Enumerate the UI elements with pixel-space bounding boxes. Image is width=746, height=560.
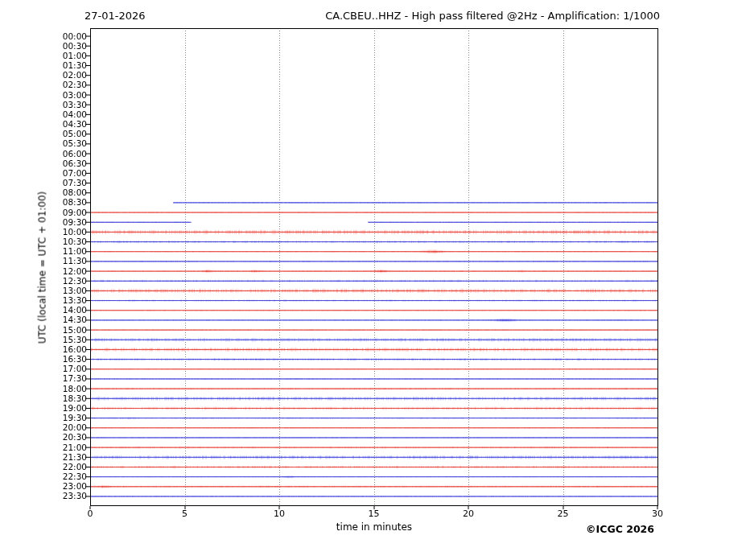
y-tick-label: 08:00 (63, 188, 87, 197)
y-tick-label: 07:30 (63, 179, 87, 187)
x-tick-label: 20 (452, 509, 484, 519)
x-tick-label: 25 (547, 509, 579, 519)
y-tick-label: 05:00 (63, 130, 87, 138)
y-tick-label: 07:00 (63, 169, 87, 178)
y-tick-label: 22:00 (63, 463, 87, 471)
y-tick-label: 23:00 (63, 482, 87, 491)
y-tick-label: 06:30 (63, 159, 87, 168)
x-tick-label: 30 (641, 509, 674, 519)
x-tick-label: 10 (263, 509, 295, 519)
y-tick-label: 20:30 (63, 433, 87, 442)
y-tick-label: 23:30 (63, 492, 87, 500)
y-tick-label: 02:00 (63, 71, 87, 80)
y-tick-label: 08:30 (63, 198, 87, 207)
y-tick-label: 01:00 (63, 51, 87, 60)
x-axis-label: time in minutes (278, 521, 471, 533)
y-tick-label: 14:30 (63, 315, 87, 324)
y-tick-label: 19:00 (63, 404, 87, 413)
y-tick-label: 16:30 (63, 355, 87, 364)
y-tick-label: 03:00 (63, 91, 87, 100)
date-title: 27-01-2026 (84, 10, 146, 22)
x-tick-label: 15 (358, 509, 390, 519)
helicorder-canvas (0, 0, 746, 560)
y-tick-label: 10:30 (63, 237, 87, 246)
y-tick-label: 00:00 (63, 32, 87, 41)
y-tick-label: 04:00 (63, 110, 87, 119)
y-tick-label: 21:30 (63, 453, 87, 462)
y-tick-label: 18:30 (63, 394, 87, 403)
y-tick-label: 11:00 (63, 247, 87, 256)
y-tick-label: 06:00 (63, 150, 87, 159)
helicorder-viewer: 27-01-2026 CA.CBEU..HHZ - High pass filt… (0, 0, 746, 560)
y-tick-label: 21:00 (63, 443, 87, 452)
copyright-label: ©ICGC 2026 (586, 523, 654, 535)
y-tick-label: 17:30 (63, 374, 87, 383)
y-tick-label: 05:30 (63, 139, 87, 148)
y-tick-label: 18:00 (63, 385, 87, 393)
y-tick-label: 09:00 (63, 208, 87, 217)
y-tick-label: 12:00 (63, 267, 87, 276)
y-tick-label: 14:00 (63, 306, 87, 315)
y-tick-label: 09:30 (63, 218, 87, 227)
y-tick-label: 19:30 (63, 414, 87, 422)
y-tick-label: 15:00 (63, 326, 87, 335)
x-tick-label: 0 (74, 509, 106, 519)
y-tick-label: 01:30 (63, 61, 87, 70)
y-tick-label: 16:00 (63, 345, 87, 354)
y-tick-label: 13:30 (63, 296, 87, 305)
y-tick-label: 17:00 (63, 364, 87, 373)
y-tick-label: 04:30 (63, 120, 87, 129)
y-tick-label: 00:30 (63, 42, 87, 51)
y-tick-label: 12:30 (63, 277, 87, 286)
y-tick-label: 13:00 (63, 286, 87, 295)
y-tick-label: 20:00 (63, 423, 87, 432)
y-tick-label: 11:30 (63, 257, 87, 266)
y-tick-label: 02:30 (63, 80, 87, 89)
y-tick-label: 15:30 (63, 336, 87, 344)
x-tick-label: 5 (169, 509, 201, 519)
y-tick-label: 22:30 (63, 472, 87, 481)
y-tick-label: 10:00 (63, 228, 87, 237)
y-tick-label: 03:30 (63, 101, 87, 109)
chart-title: CA.CBEU..HHZ - High pass filtered @2Hz -… (325, 10, 660, 22)
y-axis-label: UTC (local time = UTC + 01:00) (37, 147, 49, 389)
